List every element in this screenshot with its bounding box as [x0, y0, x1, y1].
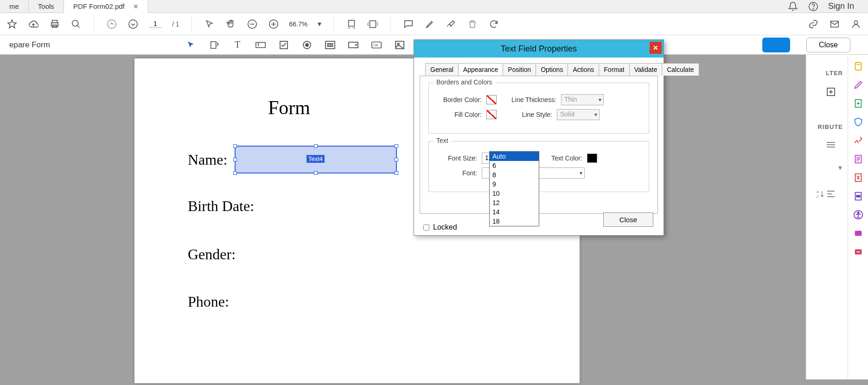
filter-icon[interactable] [825, 86, 836, 97]
zoom-in-icon[interactable] [268, 19, 279, 30]
help-icon[interactable] [808, 1, 819, 12]
rail-export-icon[interactable] [853, 98, 863, 109]
tab-actions[interactable]: Actions [568, 63, 599, 76]
selected-text-field[interactable]: Text4 [235, 146, 397, 173]
text-field-tool-icon[interactable] [255, 39, 266, 51]
resize-handle[interactable] [395, 171, 398, 175]
tab-format[interactable]: Format [599, 63, 629, 76]
cloud-upload-icon[interactable] [28, 19, 39, 30]
print-icon[interactable] [49, 19, 60, 30]
label-text-color: Text Color: [551, 154, 582, 162]
notification-icon[interactable] [787, 1, 798, 12]
preview-button[interactable] [762, 38, 790, 52]
font-size-option-6[interactable]: 6 [490, 161, 539, 170]
font-size-option-9[interactable]: 9 [490, 180, 539, 189]
svg-text:A: A [817, 190, 819, 194]
star-icon[interactable] [6, 19, 18, 30]
tab-general[interactable]: General [425, 63, 459, 76]
zoom-level[interactable]: 66.7% [289, 20, 308, 28]
svg-rect-16 [256, 42, 265, 47]
chevron-down-icon: ▾ [594, 111, 597, 118]
locked-checkbox[interactable] [423, 225, 429, 231]
fit-page-icon[interactable] [367, 19, 378, 30]
edit-tool-icon[interactable] [209, 39, 220, 51]
align-icon[interactable] [825, 188, 836, 199]
rail-create-icon[interactable] [853, 61, 863, 71]
resize-handle[interactable] [395, 158, 398, 161]
font-size-option-auto[interactable]: Auto [490, 152, 539, 161]
text-tool-icon[interactable]: T [232, 39, 243, 51]
dialog-close-x[interactable]: ✕ [650, 42, 662, 54]
comment-icon[interactable] [403, 19, 414, 30]
tab-tools[interactable]: Tools [29, 0, 64, 13]
dialog-title-bar[interactable]: Text Field Properties ✕ [414, 40, 664, 58]
tab-home[interactable]: me [0, 0, 29, 13]
tab-position[interactable]: Position [503, 63, 536, 76]
selection-tool-icon[interactable] [185, 39, 197, 51]
font-size-option-14[interactable]: 14 [490, 207, 539, 217]
font-size-option-8[interactable]: 8 [490, 170, 539, 180]
rail-compress-icon[interactable] [853, 173, 863, 183]
resize-handle[interactable] [314, 171, 318, 175]
email-icon[interactable] [829, 19, 840, 30]
rail-sign-icon[interactable] [853, 135, 863, 146]
rail-protect-icon[interactable] [853, 117, 863, 127]
highlight-icon[interactable] [424, 19, 435, 30]
rail-edit-icon[interactable] [853, 80, 863, 90]
delete-icon[interactable] [467, 19, 478, 30]
sign-icon[interactable] [446, 19, 457, 30]
close-formbar-button[interactable]: Close [806, 38, 850, 52]
tab-appearance[interactable]: Appearance [458, 63, 504, 76]
svg-rect-15 [211, 41, 216, 48]
hand-icon[interactable] [225, 19, 236, 30]
fit-width-icon[interactable] [346, 19, 357, 30]
rail-accessibility-icon[interactable] [853, 210, 863, 220]
sign-in-link[interactable]: Sign In [828, 1, 854, 11]
dialog-close-button[interactable]: Close [603, 212, 653, 227]
svg-rect-3 [52, 20, 57, 23]
font-size-option-10[interactable]: 10 [490, 189, 539, 198]
rail-form-icon[interactable] [853, 154, 863, 164]
image-tool-icon[interactable] [394, 39, 405, 51]
border-color-swatch[interactable] [486, 95, 497, 104]
main-toolbar: / 1 66.7% ▾ [0, 13, 868, 35]
line-style-dropdown[interactable]: Solid▾ [557, 109, 600, 120]
rail-more-icon[interactable] [853, 247, 863, 257]
font-size-option-12[interactable]: 12 [490, 198, 539, 207]
page-number-input[interactable] [149, 20, 162, 28]
rotate-icon[interactable] [488, 19, 499, 30]
rail-redact-icon[interactable] [853, 191, 863, 201]
tab-options[interactable]: Options [536, 63, 568, 76]
tab-document[interactable]: PDF Form02.pdf ✕ [64, 0, 148, 13]
distribute-icon[interactable] [825, 139, 836, 150]
resize-handle[interactable] [233, 171, 237, 175]
line-thickness-dropdown[interactable]: Thin▾ [561, 94, 604, 105]
search-icon[interactable] [70, 19, 82, 30]
account-icon[interactable] [850, 19, 862, 30]
resize-handle[interactable] [395, 144, 398, 148]
fill-color-swatch[interactable] [486, 110, 497, 119]
list-tool-icon[interactable] [325, 39, 336, 51]
panel-chevron-icon[interactable]: ▾ [838, 163, 842, 172]
button-tool-icon[interactable]: OK [371, 39, 382, 51]
tab-validate[interactable]: Validate [629, 63, 663, 76]
sort-az-icon[interactable]: AZ [814, 188, 825, 199]
resize-handle[interactable] [314, 144, 318, 148]
select-cursor-icon[interactable] [204, 19, 215, 30]
page-down-icon[interactable] [128, 19, 139, 30]
checkbox-tool-icon[interactable] [278, 39, 289, 51]
svg-point-14 [854, 20, 857, 24]
page-up-icon[interactable] [106, 19, 117, 30]
zoom-chevron-icon[interactable]: ▾ [318, 19, 321, 28]
text-color-swatch[interactable] [587, 154, 597, 163]
zoom-out-icon[interactable] [247, 19, 258, 30]
resize-handle[interactable] [233, 158, 237, 161]
dropdown-tool-icon[interactable] [348, 39, 359, 51]
resize-handle[interactable] [233, 144, 237, 148]
radio-tool-icon[interactable] [301, 39, 313, 51]
tab-calculate[interactable]: Calculate [662, 63, 699, 76]
link-icon[interactable] [808, 19, 819, 30]
font-size-option-18[interactable]: 18 [490, 217, 539, 226]
rail-stamp-icon[interactable] [853, 228, 863, 238]
close-tab-icon[interactable]: ✕ [133, 3, 139, 10]
